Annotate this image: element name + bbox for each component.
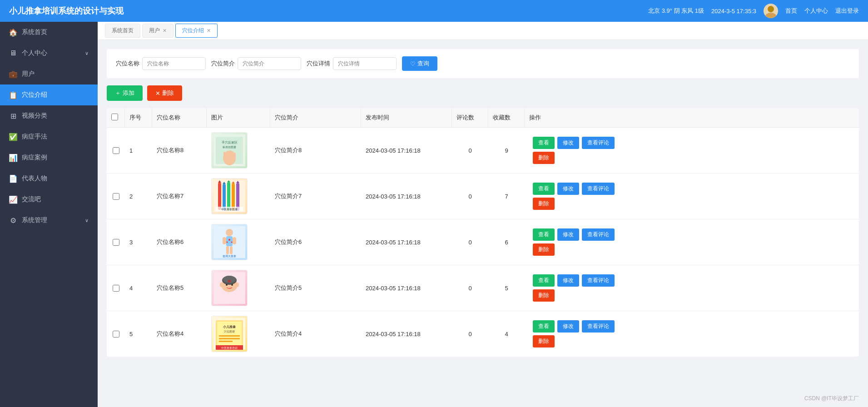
sidebar-label-forum: 交流吧 xyxy=(22,195,89,204)
breadcrumb-tab-home[interactable]: 系统首页 xyxy=(105,24,140,38)
avatar[interactable] xyxy=(764,4,778,18)
header-favorites: 收藏数 xyxy=(488,108,525,127)
row5-view-button[interactable]: 查看 xyxy=(533,320,555,333)
header-seq: 序号 xyxy=(125,108,152,127)
main-content: 系统首页 用户 ✕ 穴位介绍 ✕ 穴位名称 穴位简介 xyxy=(98,22,868,407)
forum-icon: 📈 xyxy=(9,195,17,204)
svg-text:中医推拿培训: 中医推拿培训 xyxy=(221,346,238,349)
row2-checkbox[interactable] xyxy=(113,193,119,200)
sidebar-item-system[interactable]: ⚙ 系统管理 ∨ xyxy=(0,210,98,231)
svg-rect-16 xyxy=(232,184,235,210)
row4-edit-button[interactable]: 修改 xyxy=(557,274,579,287)
header-name: 穴位名称 xyxy=(152,108,207,127)
search-button[interactable]: ♡ 查询 xyxy=(402,56,437,71)
name-search-input[interactable] xyxy=(142,57,206,70)
sidebar-item-disease-case[interactable]: 📊 病症案例 xyxy=(0,147,98,168)
action-bar: ＋ 添加 ✕ 删除 xyxy=(107,85,859,101)
sidebar: 🏠 系统首页 🖥 个人中心 ∨ 💼 用户 📋 穴位介绍 ⊞ 视频分类 ✅ 病症手… xyxy=(0,22,98,407)
detail-search-input[interactable] xyxy=(333,57,397,70)
row1-checkbox[interactable] xyxy=(113,147,119,154)
header-right: 北京 3.9° 阴 东风 1级 2024-3-5 17:35:3 首页 个人中心… xyxy=(648,4,859,18)
sidebar-item-video[interactable]: ⊞ 视频分类 xyxy=(0,105,98,126)
row2-edit-button[interactable]: 修改 xyxy=(557,183,579,195)
header-image: 图片 xyxy=(207,108,270,127)
row3-actions: 查看 修改 查看评论 删除 xyxy=(525,219,625,265)
row4-delete-button[interactable]: 删除 xyxy=(533,289,555,302)
row3-delete-button[interactable]: 删除 xyxy=(533,243,555,256)
batch-delete-button[interactable]: ✕ 删除 xyxy=(147,85,182,101)
chevron-down-icon: ∨ xyxy=(85,50,89,56)
row5-checkbox[interactable] xyxy=(113,331,119,338)
row5-comments: 0 xyxy=(452,326,488,342)
row1-edit-button[interactable]: 修改 xyxy=(557,137,579,149)
sidebar-label-user: 用户 xyxy=(22,70,89,78)
row4-comments-button[interactable]: 查看评论 xyxy=(582,274,615,287)
row1-delete-button[interactable]: 删除 xyxy=(533,152,555,164)
intro-search-label: 穴位简介 xyxy=(211,60,235,68)
row3-view-button[interactable]: 查看 xyxy=(533,228,555,241)
row3-edit-button[interactable]: 修改 xyxy=(557,228,579,241)
x-icon: ✕ xyxy=(155,90,160,97)
row1-seq: 1 xyxy=(125,143,152,159)
svg-point-40 xyxy=(226,284,228,286)
sidebar-item-disease-method[interactable]: ✅ 病症手法 xyxy=(0,126,98,147)
breadcrumb-bar: 系统首页 用户 ✕ 穴位介绍 ✕ xyxy=(98,22,868,40)
name-search-field: 穴位名称 xyxy=(116,57,206,70)
add-button[interactable]: ＋ 添加 xyxy=(107,85,143,101)
row2-delete-button[interactable]: 删除 xyxy=(533,198,555,210)
svg-text:使用大推拿: 使用大推拿 xyxy=(223,255,236,258)
row3-image: 使用大推拿 xyxy=(207,219,270,265)
breadcrumb-acupoint-label: 穴位介绍 xyxy=(182,27,204,35)
intro-search-field: 穴位简介 xyxy=(211,57,301,70)
nav-home-link[interactable]: 首页 xyxy=(785,7,797,15)
home-icon: 🏠 xyxy=(9,28,17,36)
svg-point-34 xyxy=(231,242,233,243)
header-comments: 评论数 xyxy=(452,108,488,127)
table-row: 2 穴位名称7 xyxy=(107,174,859,219)
name-search-label: 穴位名称 xyxy=(116,60,139,68)
sidebar-label-disease-method: 病症手法 xyxy=(22,133,89,141)
svg-text:标准挂图册: 标准挂图册 xyxy=(222,146,236,149)
row5-comments-button[interactable]: 查看评论 xyxy=(582,320,615,333)
row3-name: 穴位名称6 xyxy=(152,233,207,251)
header-checkbox-cell xyxy=(107,108,125,127)
sidebar-item-acupoint[interactable]: 📋 穴位介绍 xyxy=(0,84,98,105)
row2-view-button[interactable]: 查看 xyxy=(533,183,555,195)
sidebar-item-user[interactable]: 💼 用户 xyxy=(0,64,98,84)
close-acupoint-tab-icon[interactable]: ✕ xyxy=(207,28,211,34)
svg-point-44 xyxy=(228,280,231,283)
row1-view-button[interactable]: 查看 xyxy=(533,137,555,149)
row4-view-button[interactable]: 查看 xyxy=(533,274,555,287)
table-row: 3 穴位名称6 xyxy=(107,219,859,265)
row4-checkbox[interactable] xyxy=(113,285,119,292)
nav-profile-link[interactable]: 个人中心 xyxy=(804,7,828,15)
close-user-tab-icon[interactable]: ✕ xyxy=(163,28,167,34)
sidebar-item-profile[interactable]: 🖥 个人中心 ∨ xyxy=(0,43,98,64)
system-icon: ⚙ xyxy=(9,216,17,224)
row4-actions: 查看 修改 查看评论 删除 xyxy=(525,265,625,311)
row1-comments-button[interactable]: 查看评论 xyxy=(582,137,615,149)
breadcrumb-tab-acupoint[interactable]: 穴位介绍 ✕ xyxy=(175,24,218,38)
disease-method-icon: ✅ xyxy=(9,133,17,141)
sidebar-item-forum[interactable]: 📈 交流吧 xyxy=(0,189,98,210)
intro-search-input[interactable] xyxy=(238,57,301,70)
breadcrumb-tab-user[interactable]: 用户 ✕ xyxy=(142,24,174,38)
row3-checkbox[interactable] xyxy=(113,239,119,246)
select-all-checkbox[interactable] xyxy=(111,114,118,120)
sidebar-item-home[interactable]: 🏠 系统首页 xyxy=(0,22,98,43)
svg-rect-28 xyxy=(223,237,226,244)
nav-logout-link[interactable]: 退出登录 xyxy=(835,7,859,15)
row2-seq: 2 xyxy=(125,189,152,204)
row2-intro: 穴位简介7 xyxy=(270,188,361,205)
svg-rect-8 xyxy=(223,152,226,158)
row2-comments-button[interactable]: 查看评论 xyxy=(582,183,615,195)
sidebar-item-representative[interactable]: 📄 代表人物 xyxy=(0,168,98,189)
row3-comments-button[interactable]: 查看评论 xyxy=(582,228,615,241)
svg-text:穴位图谱: 穴位图谱 xyxy=(224,330,235,333)
app-title: 小儿推拿培训系统的设计与实现 xyxy=(9,5,124,16)
row5-edit-button[interactable]: 修改 xyxy=(557,320,579,333)
svg-point-43 xyxy=(236,283,239,287)
header-actions: 操作 xyxy=(525,108,625,127)
row5-delete-button[interactable]: 删除 xyxy=(533,335,555,347)
table-row: 5 穴位名称4 小儿推拿 穴位图谱 xyxy=(107,311,859,357)
